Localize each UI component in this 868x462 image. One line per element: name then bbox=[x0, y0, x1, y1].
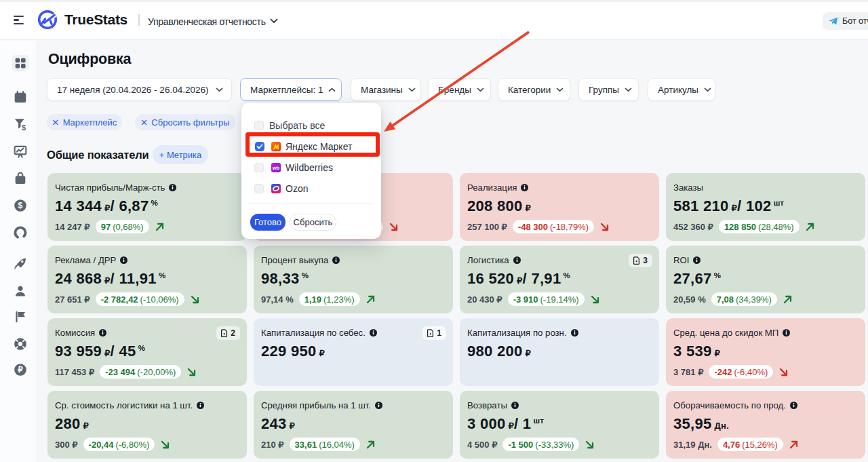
svg-text:₽: ₽ bbox=[18, 365, 23, 374]
svg-text:$: $ bbox=[18, 201, 23, 210]
svg-text:wb: wb bbox=[272, 165, 280, 171]
svg-text:$: $ bbox=[22, 123, 26, 132]
